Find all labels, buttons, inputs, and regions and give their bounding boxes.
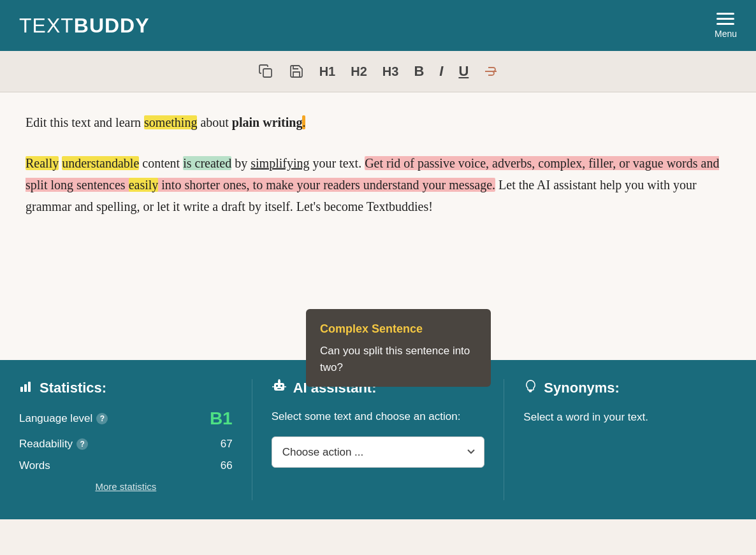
- underline-button[interactable]: U: [453, 59, 474, 83]
- plain-writing-bold: plain writing: [232, 115, 303, 129]
- synonyms-icon: [523, 379, 537, 397]
- svg-rect-2: [20, 387, 23, 392]
- svg-rect-15: [529, 391, 532, 393]
- synonyms-description: Select a word in your text.: [523, 408, 737, 426]
- copy-icon: [258, 64, 273, 79]
- readability-row: Readability ? 67: [19, 438, 233, 450]
- copy-button[interactable]: [253, 60, 279, 83]
- svg-rect-8: [277, 388, 281, 389]
- tooltip-title: Complex Sentence: [320, 321, 477, 338]
- menu-button[interactable]: Menu: [715, 13, 737, 39]
- simplifying-underline: simplifying: [251, 156, 309, 170]
- tooltip-body: Can you split this sentence into two?: [320, 343, 477, 375]
- understandable-highlight: understandable: [62, 156, 139, 170]
- svg-point-11: [278, 379, 280, 381]
- h3-button[interactable]: H3: [377, 61, 404, 83]
- logo-buddy: BUDDY: [74, 14, 150, 37]
- statistics-title: Statistics:: [19, 379, 233, 397]
- dot-highlight: .: [302, 115, 305, 129]
- svg-rect-6: [276, 385, 278, 387]
- ai-icon: [272, 379, 287, 397]
- ai-description: Select some text and choose an action:: [272, 408, 485, 425]
- header: TEXTBUDDY Menu: [0, 0, 756, 51]
- language-level-value: B1: [210, 408, 233, 429]
- lightbulb-icon: [523, 379, 537, 393]
- stats-icon: [19, 379, 33, 397]
- svg-rect-0: [263, 69, 272, 77]
- h2-button[interactable]: H2: [345, 61, 372, 83]
- robot-icon: [272, 379, 287, 393]
- svg-rect-4: [28, 382, 31, 392]
- menu-label: Menu: [715, 29, 737, 39]
- statistics-section: Statistics: Language level ? B1 Readabil…: [0, 379, 252, 500]
- is-created-highlight: is created: [183, 156, 231, 170]
- italic-button[interactable]: I: [434, 59, 448, 83]
- easily-highlight: easily: [129, 178, 159, 192]
- logo: TEXTBUDDY: [19, 14, 150, 38]
- h1-button[interactable]: H1: [314, 61, 341, 83]
- svg-rect-5: [274, 383, 284, 391]
- editor-area[interactable]: Edit this text and learn something about…: [0, 92, 756, 360]
- words-row: Words 66: [19, 459, 233, 472]
- first-line: Edit this text and learn something about…: [25, 112, 731, 133]
- svg-rect-14: [528, 390, 532, 391]
- bold-button[interactable]: B: [409, 59, 429, 83]
- save-button[interactable]: [284, 60, 309, 83]
- readability-help[interactable]: ?: [76, 438, 88, 450]
- strikethrough-icon: [484, 64, 498, 78]
- language-level-label: Language level ?: [19, 412, 108, 425]
- words-label: Words: [19, 459, 50, 472]
- synonyms-title: Synonyms:: [523, 379, 737, 397]
- svg-rect-3: [24, 384, 27, 392]
- words-value: 66: [221, 459, 233, 472]
- save-icon: [289, 64, 304, 79]
- hamburger-icon: [716, 13, 734, 25]
- main-paragraph: Really understandable content is created…: [25, 152, 731, 217]
- svg-rect-7: [280, 385, 282, 387]
- readability-label: Readability ?: [19, 438, 88, 450]
- first-line-mid: about: [197, 115, 231, 129]
- synonyms-section: Synonyms: Select a word in your text.: [504, 379, 756, 500]
- logo-text: TEXT: [19, 14, 74, 37]
- language-level-help[interactable]: ?: [96, 413, 108, 424]
- choose-action-select[interactable]: Choose action ... Fix grammar Simplify E…: [272, 436, 485, 468]
- ai-assistant-section: AI assistant: Select some text and choos…: [252, 379, 505, 500]
- toolbar: H1 H2 H3 B I U: [0, 51, 756, 92]
- tooltip-complex-sentence: Complex Sentence Can you split this sent…: [306, 309, 491, 387]
- strikethrough-button[interactable]: [479, 61, 503, 82]
- really-highlight: Really: [25, 156, 59, 170]
- readability-value: 67: [221, 438, 233, 450]
- more-statistics-link[interactable]: More statistics: [19, 481, 233, 492]
- first-line-prefix: Edit this text and learn: [25, 115, 144, 129]
- something-highlight: something: [144, 115, 197, 129]
- language-level-row: Language level ? B1: [19, 408, 233, 429]
